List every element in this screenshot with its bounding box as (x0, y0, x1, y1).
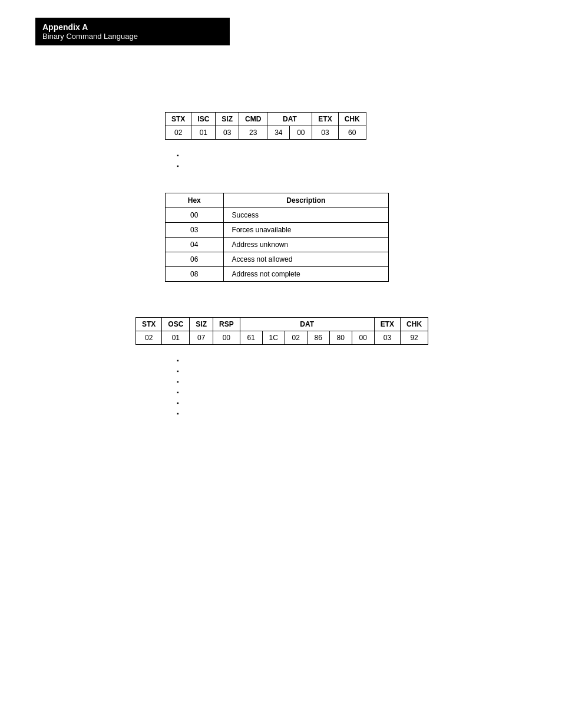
bullet2-item-6 (177, 410, 527, 417)
val-isc: 01 (191, 126, 216, 140)
resp-col-desc: Description (223, 193, 388, 208)
resp-hex-08: 08 (166, 267, 224, 282)
col2-etx: ETX (374, 318, 400, 331)
val2-dat2: 1C (262, 331, 285, 345)
col-etx: ETX (312, 113, 338, 126)
resp-hex-06: 06 (166, 252, 224, 267)
val2-dat6: 00 (352, 331, 374, 345)
table-data-row: 02 01 03 23 34 00 03 60 (166, 126, 366, 140)
resp-row-03: 03 Forces unavailable (166, 223, 389, 238)
val-stx: 02 (166, 126, 191, 140)
val2-siz: 07 (190, 331, 213, 345)
response-table-wrap: Hex Description 00 Success 03 Forces una… (165, 193, 527, 282)
resp-row-00: 00 Success (166, 208, 389, 223)
col2-osc: OSC (162, 318, 190, 331)
col2-stx: STX (136, 318, 162, 331)
resp-desc-03: Forces unavailable (223, 223, 388, 238)
val2-etx: 03 (374, 331, 400, 345)
resp-hex-03: 03 (166, 223, 224, 238)
val2-stx: 02 (136, 331, 162, 345)
appendix-subtitle: Binary Command Language (42, 32, 223, 41)
bullet2-item-1 (177, 357, 527, 364)
val-dat2: 00 (290, 126, 312, 140)
col-isc: ISC (191, 113, 216, 126)
resp-row-08: 08 Address not complete (166, 267, 389, 282)
val-dat1: 34 (267, 126, 290, 140)
bullet-list-2 (177, 357, 527, 417)
bullet2-item-3 (177, 378, 527, 385)
table2-header-row: STX OSC SIZ RSP DAT ETX CHK (136, 318, 428, 331)
val-cmd: 23 (239, 126, 267, 140)
val2-dat3: 02 (285, 331, 307, 345)
bullet-item-1 (177, 151, 527, 159)
response-table: Hex Description 00 Success 03 Forces una… (165, 193, 389, 282)
resp-row-04: 04 Address unknown (166, 238, 389, 252)
resp-hex-04: 04 (166, 238, 224, 252)
appendix-title: Appendix A (42, 22, 223, 32)
val2-dat1: 61 (240, 331, 262, 345)
col2-siz: SIZ (190, 318, 213, 331)
val2-chk: 92 (401, 331, 428, 345)
col-stx: STX (166, 113, 191, 126)
first-command-table: STX ISC SIZ CMD DAT ETX CHK 02 01 03 23 … (165, 112, 366, 140)
first-command-table-wrap: STX ISC SIZ CMD DAT ETX CHK 02 01 03 23 … (165, 112, 527, 140)
resp-desc-08: Address not complete (223, 267, 388, 282)
main-content: STX ISC SIZ CMD DAT ETX CHK 02 01 03 23 … (0, 77, 562, 420)
resp-table-header: Hex Description (166, 193, 389, 208)
val2-osc: 01 (162, 331, 190, 345)
col-dat: DAT (267, 113, 312, 126)
resp-desc-04: Address unknown (223, 238, 388, 252)
col-siz: SIZ (216, 113, 239, 126)
resp-col-hex: Hex (166, 193, 224, 208)
val2-rsp: 00 (213, 331, 240, 345)
table-header-row: STX ISC SIZ CMD DAT ETX CHK (166, 113, 366, 126)
table2-data-row: 02 01 07 00 61 1C 02 86 80 00 03 92 (136, 331, 428, 345)
second-command-table: STX OSC SIZ RSP DAT ETX CHK 02 01 07 00 … (135, 317, 428, 345)
appendix-header: Appendix A Binary Command Language (35, 18, 230, 45)
col-chk: CHK (338, 113, 366, 126)
col2-dat: DAT (240, 318, 374, 331)
bullet2-item-5 (177, 399, 527, 406)
resp-desc-00: Success (223, 208, 388, 223)
resp-desc-06: Access not allowed (223, 252, 388, 267)
second-command-table-wrap: STX OSC SIZ RSP DAT ETX CHK 02 01 07 00 … (135, 317, 527, 345)
col2-chk: CHK (401, 318, 428, 331)
col-cmd: CMD (239, 113, 267, 126)
val2-dat5: 80 (329, 331, 352, 345)
resp-row-06: 06 Access not allowed (166, 252, 389, 267)
val-siz: 03 (216, 126, 239, 140)
val-chk: 60 (338, 126, 366, 140)
val2-dat4: 86 (307, 331, 329, 345)
val-etx: 03 (312, 126, 338, 140)
bullet-list-1 (177, 151, 527, 169)
resp-hex-00: 00 (166, 208, 224, 223)
bullet2-item-2 (177, 367, 527, 374)
bullet2-item-4 (177, 388, 527, 396)
bullet-item-2 (177, 162, 527, 169)
col2-rsp: RSP (213, 318, 240, 331)
